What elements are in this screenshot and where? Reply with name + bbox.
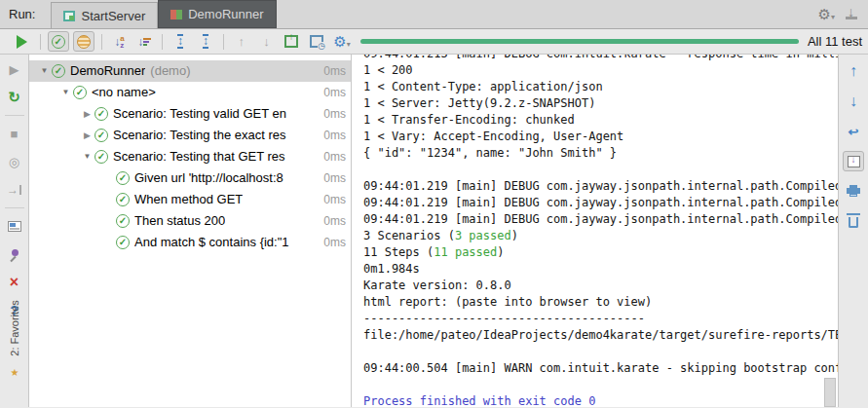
tree-row[interactable]: ▼✓<no name>0ms (29, 82, 351, 103)
tree-row[interactable]: ▼✓Scenario: Testing that GET res0ms (29, 146, 351, 167)
clear-all-button[interactable] (843, 210, 864, 232)
console-scrollbar-thumb[interactable] (824, 378, 836, 407)
run-button[interactable] (12, 31, 33, 52)
tree-row[interactable]: ▶✓Scenario: Testing valid GET en0ms (29, 103, 351, 125)
exit-icon: → (7, 185, 21, 195)
previous-occurrence-button[interactable]: ↑ (231, 31, 252, 52)
show-ignored-toggle[interactable] (73, 31, 94, 52)
console-line: 0m1.984s (363, 261, 838, 278)
console-line: Process finished with exit code 0 (363, 393, 838, 407)
tab-startserver[interactable]: StartServer (51, 2, 158, 28)
favorites-tool-window-button[interactable]: 2: Favorites ★ (0, 322, 29, 378)
restore-layout-button[interactable] (4, 215, 25, 237)
tree-row-label: DemoRunner (70, 60, 145, 82)
tree-row[interactable]: ▶✓Scenario: Testing the exact res0ms (29, 125, 351, 146)
tree-row[interactable]: ✓Then status 2000ms (29, 210, 351, 232)
console-wrap: 09:44:01.213 [main] DEBUG com.intuit.kar… (356, 55, 838, 407)
gear-icon: ⚙ (818, 6, 831, 22)
chevron-expanded-icon[interactable]: ▼ (37, 60, 52, 82)
expand-all-button[interactable]: ↕ (170, 31, 191, 52)
scroll-to-end-icon (848, 156, 860, 167)
console-line: 1 < 200 (363, 62, 838, 79)
next-occurrence-button[interactable]: ↓ (256, 31, 278, 52)
layout-icon (8, 221, 21, 232)
print-button[interactable] (843, 180, 864, 202)
tree-row-duration: 0ms (323, 189, 351, 210)
test-settings-button[interactable]: ⚙▾ (331, 31, 353, 52)
gear-icon: ⚙▾ (333, 33, 350, 51)
tree-row[interactable]: ✓And match $ contains {id:"10ms (29, 232, 351, 253)
pin-tab-button[interactable] (4, 243, 25, 265)
tree-row-duration: 0ms (323, 82, 351, 103)
passed-icon: ✓ (52, 35, 65, 49)
chevron-expanded-icon[interactable]: ▼ (58, 82, 73, 103)
console-line (363, 344, 838, 360)
hide-icon (845, 8, 858, 19)
strip-separator (5, 115, 24, 116)
console-line: 1 < Content-Type: application/json (363, 79, 838, 95)
tab-demorunner[interactable]: DemoRunner (158, 0, 276, 28)
favorites-star-icon: ★ (11, 367, 19, 378)
sort-by-duration-button[interactable]: ↓ (133, 31, 155, 52)
tree-row[interactable]: ✓Given url 'http://localhost:80ms (29, 167, 351, 189)
down-the-stack-trace-button[interactable]: ↓ (843, 91, 864, 112)
tab-startserver-label: StartServer (81, 9, 145, 23)
console-output[interactable]: 09:44:01.213 [main] DEBUG com.intuit.kar… (356, 55, 838, 407)
tabbar-spacer (277, 0, 818, 28)
close-button[interactable]: × (4, 272, 25, 293)
test-passed-icon: ✓ (52, 64, 65, 78)
console-line: 09:44:00.504 [main] WARN com.intuit.kara… (363, 360, 838, 377)
up-arrow-icon: ↑ (238, 34, 245, 49)
test-history-button[interactable]: ◷ (306, 31, 327, 52)
sort-alphabetically-button[interactable]: ↓az (109, 31, 131, 52)
exit-button[interactable]: → (4, 179, 25, 201)
toolband: ✓ ↓az ↓ ↕ ↕ ↑ ↓ ↑ ◷ ⚙▾ All 11 test (0, 29, 868, 55)
dump-threads-button[interactable]: ◎ (4, 151, 25, 172)
collapse-all-button[interactable]: ↕ (195, 31, 216, 52)
console-line: 11 Steps (11 passed) (363, 244, 838, 261)
toolbar-separator (162, 34, 163, 50)
hide-tool-window-button[interactable] (845, 7, 858, 22)
test-tree[interactable]: ▼✓DemoRunner(demo)0ms▼✓<no name>0ms▶✓Sce… (29, 55, 351, 407)
down-arrow-icon: ↓ (849, 93, 857, 110)
chevron-collapsed-icon[interactable]: ▶ (80, 103, 94, 125)
up-the-stack-trace-button[interactable]: ↑ (843, 60, 864, 82)
run-tool-window: Run: StartServer DemoRunner ⚙▾ ✓ ↓az (0, 0, 868, 408)
tool-window-settings-button[interactable]: ⚙▾ (818, 6, 835, 23)
console-toolbar: ↑ ↓ ↩ (838, 55, 868, 407)
test-passed-icon: ✓ (73, 86, 87, 99)
tree-row-label: Then status 200 (134, 210, 225, 232)
export-test-results-button[interactable]: ↑ (281, 31, 302, 52)
console-line: { "id": "1234", name: "John Smith" } (363, 145, 838, 162)
sort-alpha-icon: ↓az (114, 35, 124, 49)
run-tabbar: Run: StartServer DemoRunner ⚙▾ (0, 0, 868, 29)
history-icon: ◷ (310, 35, 323, 48)
show-passed-toggle[interactable]: ✓ (48, 31, 69, 52)
run-label: Run: (9, 7, 35, 21)
chevron-expanded-icon[interactable]: ▼ (80, 146, 94, 167)
down-arrow-icon: ↓ (263, 34, 270, 49)
test-passed-icon: ✓ (116, 193, 130, 206)
tree-row[interactable]: ▼✓DemoRunner(demo)0ms (29, 60, 351, 82)
toolbar-separator (223, 34, 224, 50)
scroll-to-end-button[interactable] (843, 151, 864, 171)
rerun-failed-tests-button[interactable]: ↻ (4, 87, 25, 108)
collapse-all-icon: ↕ (203, 34, 208, 49)
test-progress: All 11 test (353, 34, 868, 49)
stop-button[interactable]: ■ (4, 123, 25, 144)
chevron-collapsed-icon[interactable]: ▶ (80, 125, 94, 146)
tree-row-duration: 0ms (323, 125, 351, 146)
console-line: Karate version: 0.8.0 (363, 278, 838, 294)
use-soft-wraps-button[interactable]: ↩ (843, 121, 864, 142)
soft-wrap-icon: ↩ (849, 125, 859, 139)
tree-row[interactable]: ✓When method GET0ms (29, 189, 351, 210)
rerun-button[interactable]: ▶ (4, 58, 25, 80)
tree-row-label: Given url 'http://localhost:8 (134, 167, 283, 189)
tree-row-duration: 0ms (323, 146, 351, 167)
toolbar-separator (40, 34, 41, 50)
console-line: 09:44:01.219 [main] DEBUG com.jayway.jso… (363, 211, 838, 228)
expand-all-icon: ↕ (177, 34, 183, 49)
play-icon (17, 35, 27, 49)
console-line: 09:44:01.213 [main] DEBUG com.intuit.kar… (363, 55, 838, 62)
test-passed-icon: ✓ (116, 214, 130, 228)
